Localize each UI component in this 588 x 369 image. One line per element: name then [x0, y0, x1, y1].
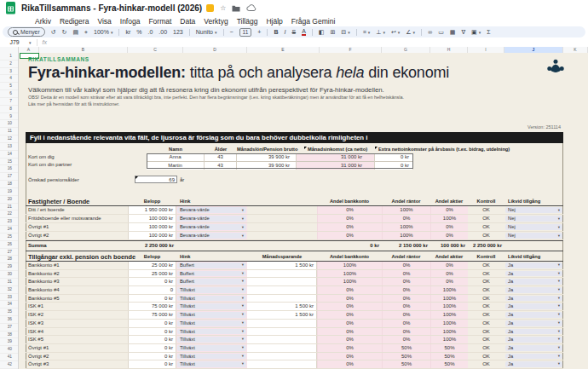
text-color-icon[interactable]: A [302, 29, 306, 36]
filter-views-dropdown[interactable]: ▣▾ [471, 29, 481, 35]
row-header-16[interactable]: 16 [0, 165, 18, 173]
bucket-dropdown[interactable]: Bevara-värde▾ [177, 207, 246, 213]
row-header-37[interactable]: 37 [0, 324, 18, 332]
share-bank-cell[interactable]: 0% [317, 295, 382, 303]
merge-cells-dropdown[interactable]: ⊟▾ [341, 29, 349, 35]
monthly-savings-cell[interactable] [247, 270, 317, 278]
share-bank-cell[interactable]: 0% [317, 303, 382, 310]
monthly-savings-cell[interactable] [247, 336, 317, 343]
row-header-22[interactable]: 22 [0, 210, 18, 218]
vertical-align-dropdown[interactable]: ⊥▾ [376, 29, 385, 35]
bucket-dropdown[interactable]: Tillväxt▾ [177, 361, 246, 367]
amount-cell[interactable]: 25 000 kr [128, 262, 176, 269]
share-stocks-cell[interactable]: 0% [430, 278, 468, 285]
monthly-savings-cell[interactable]: 1 500 kr [247, 262, 317, 269]
share-bank-cell[interactable]: 100% [317, 270, 382, 278]
share-bonds-cell[interactable]: 0% [382, 278, 430, 285]
share-bank-cell[interactable]: 0% [317, 360, 382, 368]
row-header-25[interactable]: 25 [0, 234, 18, 241]
row-header-33[interactable]: 33 [0, 294, 18, 302]
increase-font-size-icon[interactable]: + [257, 29, 261, 35]
row-header-8[interactable]: 8 [0, 106, 18, 113]
liquid-asset-dropdown[interactable]: Ja▾ [505, 303, 562, 309]
create-filter-icon[interactable]: ∇ [461, 29, 465, 35]
share-stocks-cell[interactable]: 0% [430, 232, 468, 239]
row-header-9[interactable]: 9 [0, 113, 18, 121]
bucket-dropdown[interactable]: Tillväxt▾ [177, 296, 246, 302]
cloud-status-icon[interactable] [246, 4, 257, 12]
amount-cell[interactable]: 75 000 kr [128, 311, 176, 319]
share-bank-cell[interactable]: 0% [317, 353, 382, 360]
amount-cell[interactable]: 0 kr [128, 295, 176, 303]
share-bonds-cell[interactable]: 50% [382, 344, 430, 352]
share-bonds-cell[interactable]: 100% [382, 232, 430, 239]
share-bank-cell[interactable]: 0% [317, 206, 382, 214]
column-header-H[interactable]: H [430, 47, 468, 53]
amount-cell[interactable]: 0 kr [128, 353, 176, 360]
horizontal-align-dropdown[interactable]: ≡▾ [363, 29, 371, 35]
share-bonds-cell[interactable]: 0% [382, 311, 430, 319]
monthly-savings-cell[interactable] [247, 295, 317, 303]
font-family-dropdown[interactable]: Nunito▾ [196, 29, 217, 35]
liquid-asset-dropdown[interactable]: Ja▾ [505, 279, 562, 285]
format-percent-icon[interactable]: % [136, 29, 141, 35]
share-bonds-cell[interactable]: 100% [382, 206, 430, 214]
pension-age-cell[interactable]: 69 [135, 176, 177, 183]
share-bonds-cell[interactable]: 50% [382, 353, 430, 360]
row-header-35[interactable]: 35 [0, 308, 18, 316]
share-stocks-cell[interactable]: 100% [430, 336, 468, 343]
liquid-asset-dropdown[interactable]: Ja▾ [505, 329, 562, 335]
functions-icon[interactable]: Σ [487, 29, 490, 35]
share-stocks-cell[interactable]: 0% [430, 262, 468, 269]
name-cell[interactable]: Anna [147, 153, 205, 161]
row-header-32[interactable]: 32 [0, 286, 18, 294]
share-bank-cell[interactable]: 0% [317, 286, 382, 294]
row-header-13[interactable]: 13 [0, 143, 18, 151]
amount-cell[interactable]: 0 kr [128, 344, 176, 352]
bucket-dropdown[interactable]: Bevara-värde▾ [177, 233, 246, 239]
monthly-savings-cell[interactable] [247, 344, 317, 352]
liquid-asset-dropdown[interactable]: Ja▾ [505, 312, 562, 318]
amount-cell[interactable]: 25 000 kr [128, 270, 176, 278]
name-box[interactable]: J79 [0, 39, 29, 45]
row-header-36[interactable]: 36 [0, 316, 18, 324]
insert-comment-icon[interactable]: ▭ [438, 29, 444, 35]
bucket-dropdown[interactable]: Tillväxt▾ [177, 287, 246, 293]
amount-cell[interactable]: 0 [128, 286, 176, 294]
column-header-D[interactable]: D [183, 47, 247, 53]
row-header-29[interactable]: 29 [0, 263, 18, 271]
format-currency-icon[interactable]: kr [125, 29, 130, 35]
text-rotation-dropdown[interactable]: ∠▾ [406, 29, 415, 35]
row-header-5[interactable]: 5 [0, 83, 18, 90]
row-header-12[interactable]: 12 [0, 135, 18, 143]
age-cell[interactable]: 43 [205, 161, 237, 170]
monthly-savings-cell[interactable] [247, 360, 317, 368]
net-income-cell[interactable]: 31 000 kr [297, 153, 375, 161]
amount-cell[interactable]: 75 000 kr [128, 303, 176, 310]
extra-income-cell[interactable]: 0 kr [375, 161, 413, 170]
liquid-asset-dropdown[interactable]: Nej▾ [505, 224, 562, 230]
share-stocks-cell[interactable]: 100% [430, 295, 468, 303]
liquid-asset-dropdown[interactable]: Ja▾ [505, 361, 562, 367]
row-header-11[interactable]: 11 [0, 128, 18, 135]
menu-visa[interactable]: Visa [93, 17, 115, 26]
bold-icon[interactable]: B [274, 29, 278, 35]
text-wrapping-dropdown[interactable]: ↩▾ [391, 29, 400, 35]
strikethrough-icon[interactable]: S [291, 29, 296, 35]
row-header-30[interactable]: 30 [0, 271, 18, 279]
monthly-savings-cell[interactable] [247, 328, 317, 336]
amount-cell[interactable]: 0 kr [128, 328, 176, 336]
liquid-asset-dropdown[interactable]: Ja▾ [505, 354, 562, 360]
menus-search-button[interactable]: Menyer [8, 27, 45, 37]
menu-redigera[interactable]: Redigera [55, 17, 94, 26]
row-header-23[interactable]: 23 [0, 218, 18, 226]
bucket-dropdown[interactable]: Tillväxt▾ [177, 337, 246, 343]
row-header-39[interactable]: 39 [0, 338, 18, 346]
decrease-font-size-icon[interactable]: − [230, 29, 233, 35]
liquid-asset-dropdown[interactable]: Ja▾ [505, 320, 562, 326]
row-header-38[interactable]: 38 [0, 332, 18, 339]
column-header-G[interactable]: G [382, 47, 430, 53]
amount-cell[interactable]: 100 000 kr [128, 232, 176, 239]
row-header-40[interactable]: 40 [0, 346, 18, 354]
row-header-27[interactable]: 27 [0, 249, 18, 257]
